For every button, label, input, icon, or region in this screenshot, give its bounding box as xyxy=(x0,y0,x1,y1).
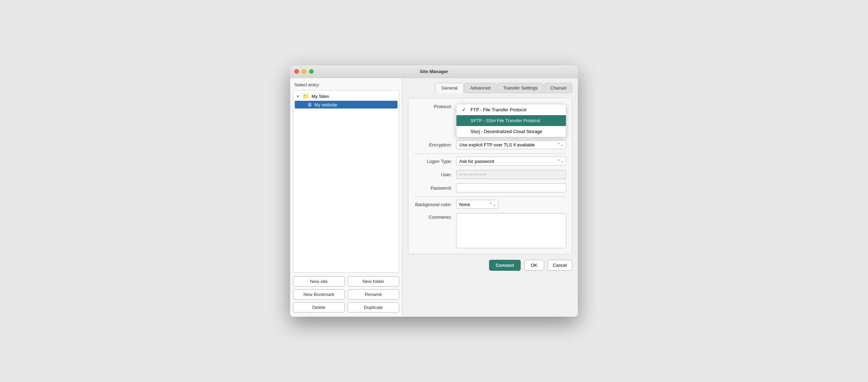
site-manager-window: Site Manager Select entry: ▼ 📁 My Sites … xyxy=(290,65,578,317)
connect-button[interactable]: Connect xyxy=(489,260,521,271)
window-title: Site Manager xyxy=(420,69,448,74)
logon-type-row: Logon Type: Ask for password Normal Anon… xyxy=(414,157,566,166)
close-button[interactable] xyxy=(294,69,299,74)
dropdown-item-storj-label: Storj - Decentralized Cloud Storage xyxy=(470,129,542,134)
content-area: Select entry: ▼ 📁 My Sites 🖥 My website … xyxy=(290,78,578,317)
tab-transfer-settings[interactable]: Transfer Settings xyxy=(497,83,544,93)
user-label: User: xyxy=(414,172,456,177)
select-entry-label: Select entry: xyxy=(290,82,402,90)
traffic-lights xyxy=(294,69,314,74)
checkmark-empty xyxy=(462,118,468,123)
encryption-row: Encryption: Use explicit FTP over TLS if… xyxy=(414,140,566,149)
bg-color-select[interactable]: None Red Green Blue xyxy=(456,200,498,209)
tab-advanced[interactable]: Advanced xyxy=(464,83,496,93)
new-bookmark-button[interactable]: New Bookmark xyxy=(293,289,345,299)
ok-button[interactable]: OK xyxy=(524,260,544,271)
password-input[interactable] xyxy=(456,183,566,192)
encryption-select[interactable]: Use explicit FTP over TLS if available xyxy=(456,140,566,149)
protocol-dropdown[interactable]: ✓ FTP - File Transfer Protocol SFTP - SS… xyxy=(456,104,566,137)
dropdown-item-sftp-label: SFTP - SSH File Transfer Protocol xyxy=(470,118,540,123)
comments-label: Comments: xyxy=(414,213,456,220)
dropdown-item-storj[interactable]: Storj - Decentralized Cloud Storage xyxy=(456,126,566,137)
password-label: Password: xyxy=(414,185,456,191)
tabs: General Advanced Transfer Settings Chars… xyxy=(435,83,572,93)
checkmark-empty2 xyxy=(462,129,468,134)
rename-button[interactable]: Rename xyxy=(348,289,400,299)
bottom-buttons: Connect OK Cancel xyxy=(408,260,572,271)
minimize-button[interactable] xyxy=(302,69,306,74)
checkmark-icon: ✓ xyxy=(462,107,468,112)
dropdown-item-ftp-label: FTP - File Transfer Protocol xyxy=(470,107,526,112)
left-panel: Select entry: ▼ 📁 My Sites 🖥 My website … xyxy=(290,78,402,317)
folder-icon: 📁 xyxy=(302,93,309,100)
user-row: User: •••••••••••• xyxy=(414,170,566,179)
delete-button[interactable]: Delete xyxy=(293,302,345,312)
logon-type-select-wrapper: Ask for password Normal Anonymous ⌃⌄ xyxy=(456,157,566,166)
comments-input[interactable] xyxy=(456,213,566,248)
encryption-select-wrapper: Use explicit FTP over TLS if available ⌃… xyxy=(456,140,566,149)
left-buttons: New site New folder New Bookmark Rename … xyxy=(290,273,402,312)
new-folder-button[interactable]: New folder xyxy=(348,276,400,286)
tree-item-label: My website xyxy=(314,102,337,107)
form-area: Protocol: ✓ FTP - File Transfer Protocol… xyxy=(408,98,572,254)
tree-area: ▼ 📁 My Sites 🖥 My website xyxy=(293,90,399,273)
cancel-button[interactable]: Cancel xyxy=(548,260,572,271)
bg-color-row: Background color: None Red Green Blue ⌃⌄ xyxy=(414,200,566,209)
tree-folder-my-sites[interactable]: ▼ 📁 My Sites xyxy=(293,92,399,101)
right-panel: General Advanced Transfer Settings Chars… xyxy=(402,78,578,317)
tab-charset[interactable]: Charset xyxy=(544,83,572,93)
folder-label: My Sites xyxy=(312,94,329,99)
protocol-label: Protocol: xyxy=(414,104,456,109)
tab-general[interactable]: General xyxy=(435,83,463,93)
tree-item-my-website[interactable]: 🖥 My website xyxy=(295,101,398,108)
password-row: Password: xyxy=(414,183,566,192)
logon-type-label: Logon Type: xyxy=(414,159,456,164)
protocol-row: Protocol: ✓ FTP - File Transfer Protocol… xyxy=(414,104,566,109)
new-site-button[interactable]: New site xyxy=(293,276,345,286)
user-input[interactable]: •••••••••••• xyxy=(456,170,566,179)
bg-color-label: Background color: xyxy=(414,202,456,207)
dropdown-item-ftp[interactable]: ✓ FTP - File Transfer Protocol xyxy=(456,104,566,115)
maximize-button[interactable] xyxy=(309,69,314,74)
comments-row: Comments: xyxy=(414,213,566,248)
encryption-label: Encryption: xyxy=(414,142,456,147)
duplicate-button[interactable]: Duplicate xyxy=(348,302,400,312)
dropdown-item-sftp[interactable]: SFTP - SSH File Transfer Protocol xyxy=(456,115,566,126)
titlebar: Site Manager xyxy=(290,65,578,78)
folder-expand-icon: ▼ xyxy=(296,94,300,98)
logon-type-select[interactable]: Ask for password Normal Anonymous xyxy=(456,157,566,166)
site-icon: 🖥 xyxy=(307,102,312,107)
bg-color-select-wrapper: None Red Green Blue ⌃⌄ xyxy=(456,200,498,209)
